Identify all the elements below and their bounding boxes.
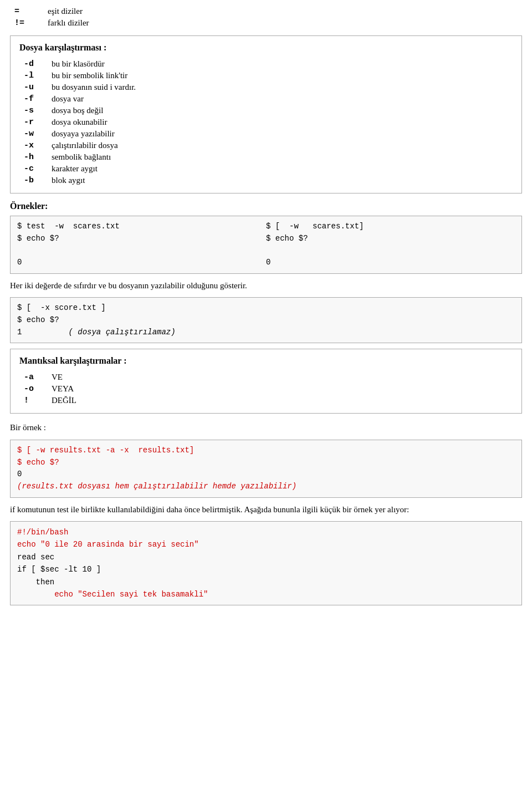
example2-line3: 1: [17, 328, 22, 337]
flag-h-desc: sembolik bağlantı: [47, 151, 513, 163]
example2-line2: $ echo $?: [17, 315, 59, 324]
op-equals-desc: eşit diziler: [43, 6, 522, 17]
flag-d: -d: [19, 58, 47, 70]
example3-line3: 0: [17, 470, 22, 478]
table-row: -u bu dosyanın suid i vardır.: [19, 81, 513, 93]
flag-d-desc: bu bir klasördür: [47, 58, 513, 70]
example2-line1: $ [ -x score.txt ]: [17, 303, 106, 312]
logical-comparison-title: Mantıksal karşılaştırmalar :: [19, 356, 513, 366]
table-row: -b blok aygıt: [19, 175, 513, 186]
table-row: -x çalıştırılabilir dosya: [19, 140, 513, 151]
bash-line4: if [ $sec -lt 10 ]: [17, 565, 101, 574]
example3-comment: (results.txt dosyası hem çalıştırılabili…: [17, 482, 296, 491]
flag-s: -s: [19, 105, 47, 116]
bash-line2: echo "0 ile 20 arasinda bir sayi secin": [17, 540, 199, 549]
example3-line1: $ [ -w results.txt -a -x results.txt]: [17, 446, 194, 455]
op-equals: =: [10, 6, 43, 17]
bash-line6: echo "Secilen sayi tek basamakli": [17, 590, 208, 599]
table-row: ! DEĞİL: [19, 395, 513, 406]
example3-code-box: $ [ -w results.txt -a -x results.txt] $ …: [10, 440, 522, 498]
flag-c: -c: [19, 163, 47, 175]
flag-w-desc: dosyaya yazılabilir: [47, 128, 513, 140]
table-row: != farklı diziler: [10, 17, 522, 29]
paragraph-if: if komutunun test ile birlikte kullanıla…: [10, 503, 522, 516]
examples-label: Örnekler:: [10, 201, 522, 211]
flag-l-desc: bu bir sembolik link'tir: [47, 70, 513, 81]
bash-line5: then: [17, 578, 54, 587]
example1-left: $ test -w scares.txt $ echo $? 0: [17, 221, 266, 269]
flag-h: -h: [19, 151, 47, 163]
table-row: -a VE: [19, 371, 513, 383]
table-row: -f dosya var: [19, 93, 513, 105]
flag-x: -x: [19, 140, 47, 151]
flag-u-desc: bu dosyanın suid i vardır.: [47, 81, 513, 93]
flag-a-desc: VE: [47, 371, 513, 383]
bash-line3: read sec: [17, 553, 54, 562]
example3-line2: $ echo $?: [17, 458, 59, 467]
flag-b: -b: [19, 175, 47, 186]
op-notequals: !=: [10, 17, 43, 29]
flag-o-desc: VEYA: [47, 383, 513, 395]
flag-not: !: [19, 395, 47, 406]
file-comparison-title: Dosya karşılaştırması :: [19, 43, 513, 53]
example1-note: Her iki değerde de sıfırdır ve bu dosyan…: [10, 279, 522, 292]
flag-l: -l: [19, 70, 47, 81]
example2-comment: ( dosya çalıştırılamaz): [68, 328, 175, 337]
flag-c-desc: karakter aygıt: [47, 163, 513, 175]
example1-code-box: $ test -w scares.txt $ echo $? 0 $ [ -w …: [10, 216, 522, 274]
flag-w: -w: [19, 128, 47, 140]
table-row: = eşit diziler: [10, 6, 522, 17]
table-row: -l bu bir sembolik link'tir: [19, 70, 513, 81]
flag-r: -r: [19, 116, 47, 128]
logical-comparison-section: Mantıksal karşılaştırmalar : -a VE -o VE…: [10, 349, 522, 414]
logical-flag-table: -a VE -o VEYA ! DEĞİL: [19, 371, 513, 406]
table-row: -w dosyaya yazılabilir: [19, 128, 513, 140]
flag-u: -u: [19, 81, 47, 93]
flag-f: -f: [19, 93, 47, 105]
flag-f-desc: dosya var: [47, 93, 513, 105]
table-row: -c karakter aygıt: [19, 163, 513, 175]
bash-code-box: #!/bin/bash echo "0 ile 20 arasinda bir …: [10, 521, 522, 605]
table-row: -s dosya boş değil: [19, 105, 513, 116]
example1-right: $ [ -w scares.txt] $ echo $? 0: [266, 221, 515, 269]
bash-line1: #!/bin/bash: [17, 528, 68, 537]
table-row: -d bu bir klasördür: [19, 58, 513, 70]
op-notequals-desc: farklı diziler: [43, 17, 522, 29]
flag-a: -a: [19, 371, 47, 383]
table-row: -r dosya okunabilir: [19, 116, 513, 128]
example2-code-box: $ [ -x score.txt ] $ echo $? 1 ( dosya ç…: [10, 297, 522, 343]
flag-table: -d bu bir klasördür -l bu bir sembolik l…: [19, 58, 513, 186]
flag-s-desc: dosya boş değil: [47, 105, 513, 116]
flag-r-desc: dosya okunabilir: [47, 116, 513, 128]
table-row: -h sembolik bağlantı: [19, 151, 513, 163]
flag-x-desc: çalıştırılabilir dosya: [47, 140, 513, 151]
operators-table: = eşit diziler != farklı diziler: [10, 6, 522, 29]
flag-b-desc: blok aygıt: [47, 175, 513, 186]
bir-ornek-label: Bir örnek :: [10, 421, 522, 434]
flag-o: -o: [19, 383, 47, 395]
file-comparison-section: Dosya karşılaştırması : -d bu bir klasör…: [10, 35, 522, 193]
table-row: -o VEYA: [19, 383, 513, 395]
flag-not-desc: DEĞİL: [47, 395, 513, 406]
